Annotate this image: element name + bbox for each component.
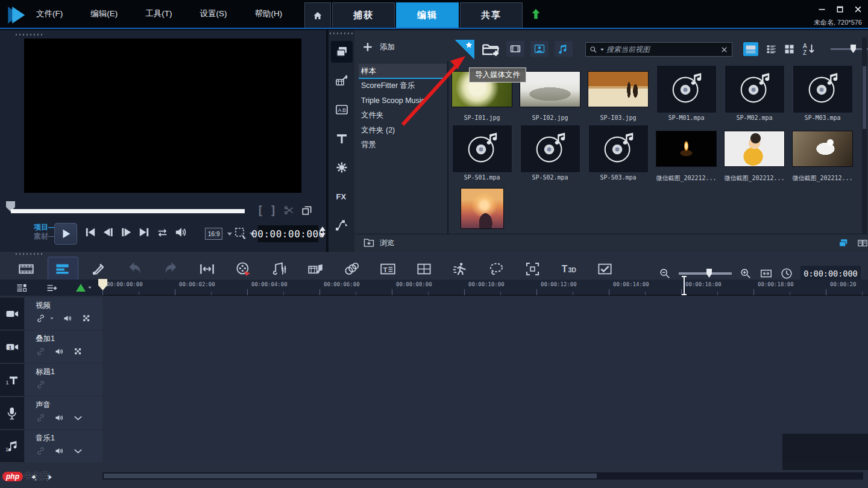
checker-icon[interactable] xyxy=(81,313,92,324)
upgrade-arrow-icon[interactable] xyxy=(529,7,542,23)
track-manager-icon[interactable] xyxy=(16,282,28,294)
fit-timeline-icon[interactable] xyxy=(760,267,773,280)
link-clips-icon[interactable] xyxy=(36,380,46,390)
mode-clip-label[interactable]: 素材 xyxy=(34,232,48,240)
loop-icon[interactable] xyxy=(156,225,169,239)
split-clip-icon[interactable] xyxy=(283,204,295,216)
media-item[interactable]: 微信截图_202212... xyxy=(791,125,854,183)
tab-edit[interactable]: 编辑 xyxy=(396,2,459,28)
audio-disc-icon[interactable] xyxy=(725,65,785,113)
media-thumbnail[interactable] xyxy=(656,131,717,167)
search-icon[interactable] xyxy=(589,45,598,54)
mode-project-label[interactable]: 项目 xyxy=(34,223,48,231)
redo-button[interactable] xyxy=(163,261,179,277)
auto-music-button[interactable] xyxy=(307,261,324,277)
track-type-cell[interactable] xyxy=(0,397,24,429)
category-item[interactable]: 文件夹 (2) xyxy=(359,123,447,138)
library-nav-filter-fx[interactable]: FX xyxy=(331,186,353,207)
overlay-options-button[interactable] xyxy=(344,261,360,277)
undo-button[interactable] xyxy=(127,261,143,277)
tab-home[interactable] xyxy=(304,2,331,28)
timeline-zoom-handle[interactable] xyxy=(706,269,712,278)
tab-capture[interactable]: 捕获 xyxy=(332,2,395,28)
music-filter-toggle[interactable] xyxy=(555,41,573,57)
track-lane[interactable] xyxy=(104,331,868,363)
add-track-icon[interactable] xyxy=(46,282,58,294)
track-type-cell[interactable]: 1 xyxy=(0,331,24,363)
duration-clock-icon[interactable] xyxy=(780,267,793,280)
track-type-cell[interactable]: 1 xyxy=(0,364,24,396)
library-nav-instant-project[interactable] xyxy=(331,70,353,92)
storyboard-view-button[interactable] xyxy=(18,261,34,277)
sound-mixer-button[interactable] xyxy=(271,261,288,277)
track-lane[interactable] xyxy=(104,397,868,429)
menu-edit[interactable]: 编辑(E) xyxy=(90,8,118,19)
media-thumbnail[interactable] xyxy=(588,71,649,107)
speaker-icon[interactable] xyxy=(63,313,73,324)
preview-mode-toggle[interactable]: 项目— 素材— xyxy=(34,223,55,241)
category-item[interactable]: 背景 xyxy=(359,138,447,153)
close-button[interactable] xyxy=(851,4,864,14)
enlarge-preview-icon[interactable] xyxy=(301,204,313,216)
sort-button[interactable]: AZ xyxy=(802,42,816,57)
tab-share[interactable]: 共享 xyxy=(460,2,523,28)
scrubber-track[interactable] xyxy=(11,209,245,213)
browse-button[interactable]: 浏览 xyxy=(363,237,394,249)
track-lane[interactable] xyxy=(104,364,868,396)
timeline-view-button[interactable] xyxy=(54,261,71,277)
library-pane-toggle[interactable] xyxy=(837,237,850,249)
seek-end-icon[interactable] xyxy=(137,225,151,239)
search-input[interactable] xyxy=(606,45,718,54)
hscroll-thumb[interactable] xyxy=(104,474,597,478)
library-nav-motion-path[interactable] xyxy=(331,214,353,236)
track-type-cell[interactable]: 1 xyxy=(0,430,24,462)
library-nav-media[interactable] xyxy=(331,41,353,63)
mark-out-icon[interactable]: ] xyxy=(269,204,276,217)
link-caret-icon[interactable] xyxy=(50,318,53,319)
media-thumbnail[interactable] xyxy=(461,188,504,229)
category-item[interactable]: Triple Scoop Music xyxy=(359,93,447,108)
track-lane[interactable] xyxy=(104,430,868,462)
aspect-caret-icon[interactable] xyxy=(227,233,232,236)
title-3d-button[interactable]: T3D xyxy=(561,261,577,277)
flatten-mask-button[interactable] xyxy=(597,261,613,277)
subtitle-editor-button[interactable]: T xyxy=(380,261,396,277)
panel-drag-handle[interactable] xyxy=(16,253,43,255)
media-thumbnail[interactable] xyxy=(520,71,580,107)
clear-search-icon[interactable] xyxy=(720,45,729,54)
preview-timecode[interactable]: 00:00:00:000 xyxy=(258,225,318,242)
zoom-out-icon[interactable] xyxy=(658,267,671,280)
track-type-cell[interactable] xyxy=(0,298,24,330)
media-scrollbar[interactable] xyxy=(862,37,867,234)
category-item[interactable]: 文件夹 xyxy=(359,108,447,124)
menu-help[interactable]: 帮助(H) xyxy=(255,8,283,19)
timeline-ruler[interactable]: 00:00:00:0000:00:02:0000:00:04:0000:00:0… xyxy=(102,280,868,296)
frame-forward-icon[interactable] xyxy=(119,225,133,239)
panel-drag-handle[interactable] xyxy=(16,34,43,36)
speaker-icon[interactable] xyxy=(54,446,64,456)
audio-disc-icon[interactable] xyxy=(656,65,717,113)
mark-in-icon[interactable]: [ xyxy=(257,204,263,217)
time-remapping-button[interactable] xyxy=(452,261,468,277)
link-clips-icon[interactable] xyxy=(36,413,46,423)
link-clips-icon[interactable] xyxy=(36,346,46,357)
wave-icon[interactable] xyxy=(73,446,83,456)
checker-icon[interactable] xyxy=(73,346,83,357)
media-item[interactable]: 微信截图_202212... xyxy=(655,125,717,183)
play-button[interactable] xyxy=(54,223,77,245)
media-thumbnail[interactable] xyxy=(792,131,853,167)
timecode-down-icon[interactable] xyxy=(319,233,326,237)
media-item[interactable]: 微信图片_202211 xyxy=(451,184,513,234)
track-tools-button[interactable] xyxy=(90,261,107,277)
track-header[interactable]: 标题1 xyxy=(25,364,102,396)
media-item[interactable]: SP-S02.mpa xyxy=(519,125,581,183)
fit-project-window-button[interactable] xyxy=(199,261,215,277)
menu-tools[interactable]: 工具(T) xyxy=(145,8,172,19)
link-clips-icon[interactable] xyxy=(36,313,46,324)
library-nav-overlay-graphics[interactable] xyxy=(331,157,353,178)
mask-creator-button[interactable] xyxy=(488,261,505,277)
aspect-ratio-selector[interactable]: 16:9 xyxy=(205,228,222,240)
track-header[interactable]: 声音 xyxy=(25,397,102,429)
speaker-icon[interactable] xyxy=(54,413,64,423)
library-nav-title[interactable] xyxy=(331,128,353,149)
